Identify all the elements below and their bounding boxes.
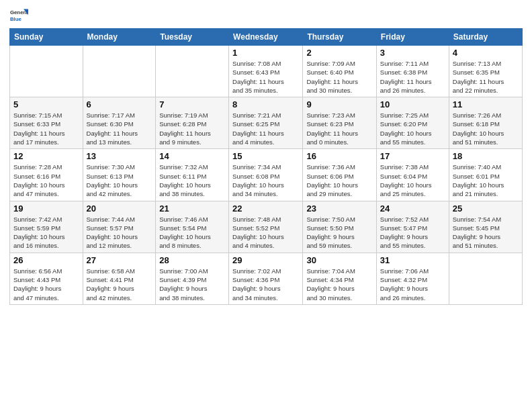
day-info: Sunrise: 7:46 AM Sunset: 5:54 PM Dayligh… bbox=[159, 215, 225, 250]
calendar-dow-header: Tuesday bbox=[156, 29, 229, 46]
day-info: Sunrise: 7:00 AM Sunset: 4:39 PM Dayligh… bbox=[159, 267, 225, 302]
calendar-cell: 11Sunrise: 7:26 AM Sunset: 6:18 PM Dayli… bbox=[449, 97, 522, 149]
calendar-cell: 7Sunrise: 7:19 AM Sunset: 6:28 PM Daylig… bbox=[156, 97, 229, 149]
calendar-cell: 22Sunrise: 7:48 AM Sunset: 5:52 PM Dayli… bbox=[229, 201, 303, 253]
calendar-cell: 17Sunrise: 7:38 AM Sunset: 6:04 PM Dayli… bbox=[376, 149, 449, 201]
calendar-cell: 18Sunrise: 7:40 AM Sunset: 6:01 PM Dayli… bbox=[449, 149, 522, 201]
day-number: 26 bbox=[13, 255, 79, 265]
day-number: 29 bbox=[232, 255, 299, 265]
calendar-week-row: 5Sunrise: 7:15 AM Sunset: 6:33 PM Daylig… bbox=[10, 97, 523, 149]
day-number: 11 bbox=[453, 99, 519, 109]
calendar-cell: 9Sunrise: 7:23 AM Sunset: 6:23 PM Daylig… bbox=[303, 97, 376, 149]
day-info: Sunrise: 7:52 AM Sunset: 5:47 PM Dayligh… bbox=[380, 215, 445, 250]
day-info: Sunrise: 7:17 AM Sunset: 6:30 PM Dayligh… bbox=[87, 111, 152, 146]
day-info: Sunrise: 7:19 AM Sunset: 6:28 PM Dayligh… bbox=[159, 111, 225, 146]
calendar-cell: 27Sunrise: 6:58 AM Sunset: 4:41 PM Dayli… bbox=[83, 253, 156, 304]
day-info: Sunrise: 7:21 AM Sunset: 6:25 PM Dayligh… bbox=[232, 111, 299, 146]
calendar-cell: 3Sunrise: 7:11 AM Sunset: 6:38 PM Daylig… bbox=[376, 46, 449, 97]
day-info: Sunrise: 7:36 AM Sunset: 6:06 PM Dayligh… bbox=[306, 163, 372, 198]
calendar-week-row: 12Sunrise: 7:28 AM Sunset: 6:16 PM Dayli… bbox=[10, 149, 523, 201]
calendar-cell: 21Sunrise: 7:46 AM Sunset: 5:54 PM Dayli… bbox=[156, 201, 229, 253]
calendar-cell: 5Sunrise: 7:15 AM Sunset: 6:33 PM Daylig… bbox=[10, 97, 83, 149]
header: General Blue bbox=[9, 7, 523, 26]
calendar-cell: 26Sunrise: 6:56 AM Sunset: 4:43 PM Dayli… bbox=[10, 253, 83, 304]
calendar-week-row: 26Sunrise: 6:56 AM Sunset: 4:43 PM Dayli… bbox=[10, 253, 523, 304]
calendar-dow-header: Friday bbox=[376, 29, 449, 46]
day-info: Sunrise: 7:15 AM Sunset: 6:33 PM Dayligh… bbox=[13, 111, 79, 146]
calendar-cell: 16Sunrise: 7:36 AM Sunset: 6:06 PM Dayli… bbox=[303, 149, 376, 201]
calendar-cell: 19Sunrise: 7:42 AM Sunset: 5:59 PM Dayli… bbox=[10, 201, 83, 253]
day-info: Sunrise: 7:42 AM Sunset: 5:59 PM Dayligh… bbox=[13, 215, 79, 250]
day-number: 19 bbox=[13, 203, 79, 214]
day-info: Sunrise: 7:09 AM Sunset: 6:40 PM Dayligh… bbox=[306, 59, 372, 95]
calendar-cell: 15Sunrise: 7:34 AM Sunset: 6:08 PM Dayli… bbox=[229, 149, 303, 201]
day-number: 31 bbox=[380, 255, 445, 265]
day-number: 17 bbox=[380, 151, 445, 161]
calendar-cell: 6Sunrise: 7:17 AM Sunset: 6:30 PM Daylig… bbox=[83, 97, 156, 149]
day-number: 28 bbox=[159, 255, 225, 265]
calendar-cell: 2Sunrise: 7:09 AM Sunset: 6:40 PM Daylig… bbox=[303, 46, 376, 97]
day-info: Sunrise: 7:50 AM Sunset: 5:50 PM Dayligh… bbox=[306, 215, 372, 250]
day-info: Sunrise: 7:38 AM Sunset: 6:04 PM Dayligh… bbox=[380, 163, 445, 198]
day-info: Sunrise: 7:32 AM Sunset: 6:11 PM Dayligh… bbox=[159, 163, 225, 198]
day-info: Sunrise: 6:58 AM Sunset: 4:41 PM Dayligh… bbox=[87, 267, 152, 302]
calendar-cell bbox=[449, 253, 522, 304]
day-info: Sunrise: 7:26 AM Sunset: 6:18 PM Dayligh… bbox=[453, 111, 519, 146]
day-number: 30 bbox=[306, 255, 372, 265]
calendar-cell: 24Sunrise: 7:52 AM Sunset: 5:47 PM Dayli… bbox=[376, 201, 449, 253]
day-number: 2 bbox=[306, 48, 372, 58]
day-info: Sunrise: 7:40 AM Sunset: 6:01 PM Dayligh… bbox=[453, 163, 519, 198]
day-info: Sunrise: 7:28 AM Sunset: 6:16 PM Dayligh… bbox=[13, 163, 79, 198]
calendar-dow-header: Sunday bbox=[10, 29, 83, 46]
day-number: 6 bbox=[87, 99, 152, 109]
day-number: 25 bbox=[453, 203, 519, 214]
calendar-cell: 31Sunrise: 7:06 AM Sunset: 4:32 PM Dayli… bbox=[376, 253, 449, 304]
day-info: Sunrise: 7:11 AM Sunset: 6:38 PM Dayligh… bbox=[380, 59, 445, 95]
svg-text:Blue: Blue bbox=[10, 16, 22, 22]
day-number: 23 bbox=[306, 203, 372, 214]
calendar-cell: 25Sunrise: 7:54 AM Sunset: 5:45 PM Dayli… bbox=[449, 201, 522, 253]
calendar-table: SundayMondayTuesdayWednesdayThursdayFrid… bbox=[9, 28, 523, 305]
day-info: Sunrise: 7:30 AM Sunset: 6:13 PM Dayligh… bbox=[87, 163, 152, 198]
day-number: 9 bbox=[306, 99, 372, 109]
day-number: 20 bbox=[87, 203, 152, 214]
calendar-cell: 28Sunrise: 7:00 AM Sunset: 4:39 PM Dayli… bbox=[156, 253, 229, 304]
day-number: 7 bbox=[159, 99, 225, 109]
day-number: 1 bbox=[232, 48, 299, 58]
day-info: Sunrise: 7:08 AM Sunset: 6:43 PM Dayligh… bbox=[232, 59, 299, 95]
day-info: Sunrise: 7:54 AM Sunset: 5:45 PM Dayligh… bbox=[453, 215, 519, 250]
day-number: 12 bbox=[13, 151, 79, 161]
calendar-cell: 8Sunrise: 7:21 AM Sunset: 6:25 PM Daylig… bbox=[229, 97, 303, 149]
calendar-cell: 13Sunrise: 7:30 AM Sunset: 6:13 PM Dayli… bbox=[83, 149, 156, 201]
logo: General Blue bbox=[9, 7, 28, 26]
calendar-dow-header: Monday bbox=[83, 29, 156, 46]
day-number: 27 bbox=[87, 255, 152, 265]
day-info: Sunrise: 7:48 AM Sunset: 5:52 PM Dayligh… bbox=[232, 215, 299, 250]
calendar-cell bbox=[156, 46, 229, 97]
day-info: Sunrise: 7:34 AM Sunset: 6:08 PM Dayligh… bbox=[232, 163, 299, 198]
day-info: Sunrise: 7:25 AM Sunset: 6:20 PM Dayligh… bbox=[380, 111, 445, 146]
calendar-cell bbox=[10, 46, 83, 97]
day-info: Sunrise: 7:06 AM Sunset: 4:32 PM Dayligh… bbox=[380, 267, 445, 302]
day-info: Sunrise: 6:56 AM Sunset: 4:43 PM Dayligh… bbox=[13, 267, 79, 302]
calendar-cell: 10Sunrise: 7:25 AM Sunset: 6:20 PM Dayli… bbox=[376, 97, 449, 149]
calendar-dow-header: Thursday bbox=[303, 29, 376, 46]
calendar-header-row: SundayMondayTuesdayWednesdayThursdayFrid… bbox=[10, 29, 523, 46]
day-number: 21 bbox=[159, 203, 225, 214]
day-number: 3 bbox=[380, 48, 445, 58]
day-number: 15 bbox=[232, 151, 299, 161]
calendar-cell: 14Sunrise: 7:32 AM Sunset: 6:11 PM Dayli… bbox=[156, 149, 229, 201]
calendar-cell: 23Sunrise: 7:50 AM Sunset: 5:50 PM Dayli… bbox=[303, 201, 376, 253]
day-number: 4 bbox=[453, 48, 519, 58]
day-number: 13 bbox=[87, 151, 152, 161]
day-number: 16 bbox=[306, 151, 372, 161]
day-info: Sunrise: 7:13 AM Sunset: 6:35 PM Dayligh… bbox=[453, 59, 519, 95]
day-info: Sunrise: 7:04 AM Sunset: 4:34 PM Dayligh… bbox=[306, 267, 372, 302]
day-number: 5 bbox=[13, 99, 79, 109]
calendar-cell bbox=[83, 46, 156, 97]
calendar-cell: 20Sunrise: 7:44 AM Sunset: 5:57 PM Dayli… bbox=[83, 201, 156, 253]
day-number: 18 bbox=[453, 151, 519, 161]
page: General Blue SundayMondayTuesdayWednesda… bbox=[0, 0, 532, 411]
day-number: 10 bbox=[380, 99, 445, 109]
calendar-cell: 4Sunrise: 7:13 AM Sunset: 6:35 PM Daylig… bbox=[449, 46, 522, 97]
